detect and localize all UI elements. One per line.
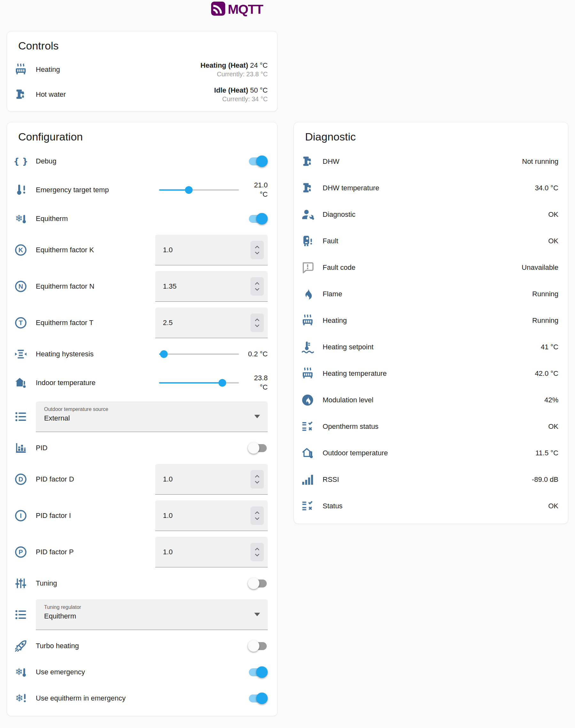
config-label: PID factor D: [36, 475, 147, 483]
pid-factor-d-input[interactable]: 1.0: [155, 464, 268, 495]
number-stepper[interactable]: [250, 241, 264, 259]
config-row-equitherm-factor-n: N Equitherm factor N 1.35: [13, 268, 268, 304]
control-label: Hot water: [36, 90, 214, 99]
number-value: 2.5: [163, 319, 250, 327]
fire-circle-icon: [300, 393, 315, 407]
number-value: 1.0: [163, 511, 250, 520]
diag-row-fault-code[interactable]: Fault code Unavailable: [300, 254, 559, 281]
diag-row-modulation-level[interactable]: Modulation level 42%: [300, 387, 559, 413]
equitherm-toggle[interactable]: [248, 213, 268, 225]
svg-text:❄: ❄: [15, 213, 23, 224]
config-label: Heating hysteresis: [36, 350, 147, 358]
diag-row-status[interactable]: Status OK: [300, 493, 559, 519]
diag-label: Diagnostic: [323, 210, 544, 219]
heating-hysteresis-slider[interactable]: [159, 349, 239, 359]
config-row-pid-factor-p: P PID factor P 1.0: [13, 534, 268, 570]
diag-label: Heating temperature: [323, 369, 531, 378]
pid-toggle[interactable]: [248, 442, 268, 454]
config-label: Equitherm factor K: [36, 246, 147, 254]
config-label: Equitherm factor N: [36, 282, 147, 291]
svg-text:I: I: [20, 512, 22, 519]
svg-text:T: T: [19, 319, 23, 326]
controls-card-title: Controls: [18, 40, 268, 52]
diag-label: Status: [323, 502, 544, 510]
diag-row-flame[interactable]: Flame Running: [300, 281, 559, 307]
config-label: Equitherm factor T: [36, 319, 147, 327]
equitherm-factor-n-input[interactable]: 1.35: [155, 271, 268, 302]
indoor-temperature-slider[interactable]: [159, 378, 239, 388]
snowflake-alert-icon: ❄: [13, 691, 28, 706]
account-wrench-icon: [300, 207, 315, 222]
slider-thumb[interactable]: [160, 350, 168, 358]
diagnostic-card-title: Diagnostic: [305, 131, 559, 143]
diag-row-heating-setpoint[interactable]: Heating setpoint 41 °C: [300, 334, 559, 360]
turbo-heating-toggle[interactable]: [248, 640, 268, 652]
use-emergency-toggle[interactable]: [248, 666, 268, 678]
diag-value: Running: [528, 317, 559, 325]
config-label: Emergency target temp: [36, 186, 147, 194]
snowflake-thermometer-icon: ❄: [13, 665, 28, 680]
alpha-d-circle-icon: D: [13, 472, 28, 486]
config-label: Debug: [36, 157, 248, 166]
config-row-equitherm: ❄ Equitherm: [13, 206, 268, 232]
emergency-target-temp-slider[interactable]: [159, 185, 239, 195]
config-row-pid-factor-i: I PID factor I 1.0: [13, 498, 268, 534]
slider-thumb[interactable]: [185, 186, 193, 194]
slider-value: 21.0 °C: [247, 181, 268, 199]
configuration-card-title: Configuration: [18, 131, 268, 143]
number-stepper[interactable]: [250, 314, 264, 332]
config-row-turbo-heating: Turbo heating: [13, 633, 268, 659]
pid-factor-p-input[interactable]: 1.0: [155, 537, 268, 568]
signal-icon: [300, 472, 315, 487]
svg-text:N: N: [19, 283, 23, 290]
config-row-use-equitherm-in-emergency: ❄ Use equitherm in emergency: [13, 685, 268, 712]
control-row-heating[interactable]: Heating Heating (Heat)24 °C Currently: 2…: [13, 57, 268, 82]
number-stepper[interactable]: [250, 543, 264, 561]
config-row-debug: { } Debug: [13, 148, 268, 174]
number-stepper[interactable]: [250, 277, 264, 296]
list-status-icon: [300, 499, 315, 513]
diag-row-rssi[interactable]: RSSI -89.0 dB: [300, 466, 559, 493]
diag-row-dhw-temperature[interactable]: DHW temperature 34.0 °C: [300, 175, 559, 201]
alpha-n-circle-icon: N: [13, 279, 28, 294]
climate-setpoint: 50 °C: [250, 86, 268, 94]
use-equitherm-in-emergency-toggle[interactable]: [248, 692, 268, 704]
alpha-p-circle-icon: P: [13, 545, 28, 559]
outdoor-temperature-source-select[interactable]: Outdoor temperature source External: [36, 401, 268, 432]
equitherm-factor-t-input[interactable]: 2.5: [155, 307, 268, 338]
diag-label: Modulation level: [323, 396, 541, 404]
diag-value: OK: [544, 210, 559, 219]
tuning-toggle[interactable]: [248, 577, 268, 589]
tune-vertical-icon: [13, 576, 28, 591]
diag-row-outdoor-temperature[interactable]: Outdoor temperature 11.5 °C: [300, 440, 559, 466]
config-row-tuning-regulator: Tuning regulator Equitherm: [13, 596, 268, 633]
equitherm-factor-k-input[interactable]: 1.0: [155, 235, 268, 265]
pid-factor-i-input[interactable]: 1.0: [155, 500, 268, 531]
config-label: PID factor I: [36, 511, 147, 520]
diag-row-heating[interactable]: Heating Running: [300, 307, 559, 334]
diag-row-heating-temperature[interactable]: Heating temperature 42.0 °C: [300, 360, 559, 387]
config-row-equitherm-factor-t: T Equitherm factor T 2.5: [13, 304, 268, 341]
slider-thumb[interactable]: [218, 379, 226, 387]
diag-row-opentherm-status[interactable]: Opentherm status OK: [300, 413, 559, 440]
mqtt-logo-icon: [211, 1, 226, 17]
config-label: Use equitherm in emergency: [36, 694, 248, 702]
slider-value: 23.8 °C: [247, 373, 268, 392]
control-row-hot-water[interactable]: Hot water Idle (Heat)50 °C Currently: 34…: [13, 82, 268, 107]
tuning-regulator-select[interactable]: Tuning regulator Equitherm: [36, 599, 268, 630]
diag-row-dhw[interactable]: DHW Not running: [300, 148, 559, 175]
config-row-indoor-temperature: Indoor temperature 23.8 °C: [13, 367, 268, 399]
number-stepper[interactable]: [250, 470, 264, 488]
diag-row-diagnostic[interactable]: Diagnostic OK: [300, 201, 559, 228]
number-stepper[interactable]: [250, 506, 264, 525]
climate-state-hot-water[interactable]: Idle (Heat)50 °C Currently: 34 °C: [214, 86, 268, 103]
config-label: PID: [36, 444, 248, 452]
controls-card: Controls Heating Heating (Heat)24 °C Cur…: [7, 31, 278, 112]
diag-value: 41 °C: [537, 343, 559, 351]
config-label: Tuning: [36, 579, 248, 587]
diag-label: RSSI: [323, 475, 528, 484]
climate-state-heating[interactable]: Heating (Heat)24 °C Currently: 23.8 °C: [201, 61, 268, 78]
code-braces-icon: { }: [13, 154, 28, 169]
diag-row-fault[interactable]: Fault OK: [300, 228, 559, 254]
debug-toggle[interactable]: [248, 155, 268, 167]
